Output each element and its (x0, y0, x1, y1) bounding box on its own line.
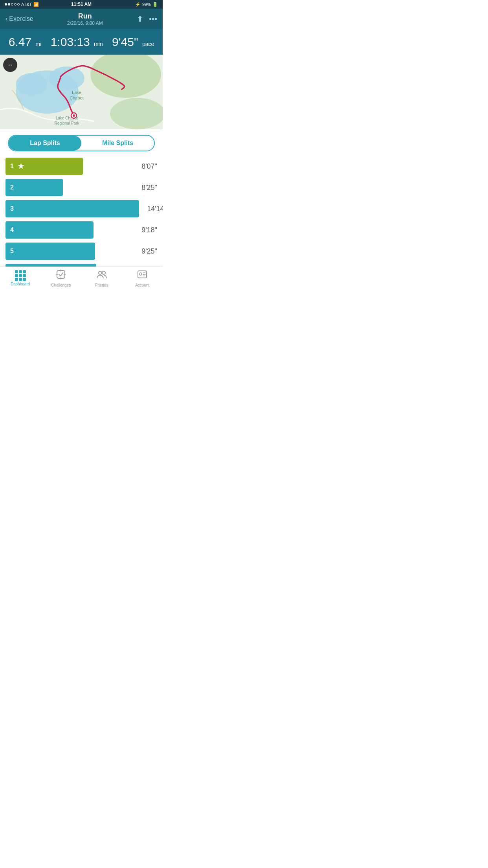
split-bar-container-4: 4 (6, 221, 130, 239)
nav-actions: ⬆ ••• (137, 14, 157, 24)
expand-icon: ↔ (7, 62, 13, 68)
split-number-1: 1 (10, 163, 14, 170)
distance-value: 6.47 (9, 35, 31, 48)
split-bar-3: 3 (6, 200, 139, 217)
account-icon (137, 269, 148, 282)
split-bar-2: 2 (6, 179, 63, 196)
account-label: Account (135, 283, 149, 287)
battery-icon: 🔋 (152, 2, 158, 7)
stat-pace: 9'45" pace (112, 36, 154, 48)
pace-value: 9'45" (112, 35, 138, 48)
map-svg: Lake Chabot Lake Chabot Regional Park (0, 55, 163, 129)
mile-splits-label: Mile Splits (102, 140, 133, 147)
split-row-4: 4 9'18" (6, 221, 157, 239)
signal-dot-4 (14, 3, 17, 6)
svg-text:Regional Park: Regional Park (55, 121, 80, 125)
split-bar-1: 1 ★ (6, 158, 83, 175)
expand-map-button[interactable]: ↔ (3, 58, 17, 72)
svg-text:Lake: Lake (72, 90, 81, 95)
split-bar-container-5: 5 (6, 243, 130, 260)
split-row-5: 5 9'25" (6, 243, 157, 260)
signal-dot-2 (8, 3, 10, 6)
tab-friends[interactable]: Friends (81, 267, 122, 289)
friends-icon (96, 269, 107, 282)
stat-duration: 1:03:13 min (51, 36, 103, 48)
svg-point-5 (110, 98, 163, 129)
duration-value: 1:03:13 (51, 35, 90, 48)
bluetooth-icon: ⚡ (135, 2, 141, 7)
dashboard-icon (15, 270, 26, 281)
battery-label: 99% (142, 2, 151, 7)
splits-toggle: Lap Splits Mile Splits (8, 135, 155, 151)
nav-title-block: Run 2/20/16, 9:00 AM (67, 12, 103, 26)
svg-point-3 (16, 73, 47, 95)
friends-label: Friends (95, 283, 108, 287)
status-time: 11:51 AM (71, 2, 92, 7)
lap-splits-label: Lap Splits (30, 140, 60, 147)
tab-account[interactable]: Account (122, 267, 163, 289)
signal-dot-5 (17, 3, 20, 6)
status-left: AT&T 📶 (5, 2, 39, 7)
tab-dashboard[interactable]: Dashboard (0, 267, 41, 289)
distance-unit: mi (35, 41, 41, 47)
duration-unit: min (94, 41, 103, 47)
split-bar-container-2: 2 (6, 179, 130, 196)
split-row-1: 1 ★ 8'07" (6, 158, 157, 175)
page-subtitle: 2/20/16, 9:00 AM (67, 20, 103, 26)
split-bar-container-3: 3 (6, 200, 139, 217)
mile-splits-list: 1 ★ 8'07" 2 8'25" 3 14'14" (0, 155, 163, 277)
split-time-2: 8'25" (134, 184, 157, 192)
svg-text:Chabot: Chabot (70, 96, 83, 100)
stat-distance: 6.47 mi (9, 36, 42, 48)
status-bar: AT&T 📶 11:51 AM ⚡ 99% 🔋 (0, 0, 163, 9)
best-split-star-icon: ★ (18, 162, 24, 171)
share-icon[interactable]: ⬆ (137, 14, 143, 24)
carrier-label: AT&T (21, 2, 32, 7)
svg-rect-12 (57, 270, 65, 278)
svg-point-2 (49, 66, 84, 90)
more-icon[interactable]: ••• (149, 15, 157, 24)
split-time-3: 14'14" (143, 205, 163, 213)
split-time-1: 8'07" (134, 162, 157, 171)
split-time-5: 9'25" (134, 247, 157, 256)
wifi-icon: 📶 (33, 2, 39, 7)
pace-unit: pace (142, 41, 154, 47)
challenges-label: Challenges (51, 283, 71, 287)
signal-dot-3 (11, 3, 13, 6)
split-time-4: 9'18" (134, 226, 157, 234)
bottom-tab-bar: Dashboard Challenges Friends (0, 267, 163, 289)
split-row-3: 3 14'14" (6, 200, 157, 217)
split-number-5: 5 (10, 248, 14, 255)
dashboard-label: Dashboard (11, 282, 30, 286)
tab-challenges[interactable]: Challenges (41, 267, 82, 289)
split-bar-container-1: 1 ★ (6, 158, 130, 175)
map-container: Lake Chabot Lake Chabot Regional Park ↔ (0, 55, 163, 129)
nav-bar: ‹ Exercise Run 2/20/16, 9:00 AM ⬆ ••• (0, 9, 163, 29)
svg-point-11 (73, 114, 75, 117)
status-right: ⚡ 99% 🔋 (135, 2, 158, 7)
signal-dots (5, 3, 20, 6)
split-number-4: 4 (10, 226, 14, 234)
signal-dot-1 (5, 3, 7, 6)
svg-point-13 (99, 271, 102, 274)
split-bar-4: 4 (6, 221, 94, 239)
page-title: Run (67, 12, 103, 20)
split-row-2: 2 8'25" (6, 179, 157, 196)
challenges-icon (55, 269, 66, 282)
split-number-3: 3 (10, 205, 14, 212)
svg-point-14 (102, 271, 105, 274)
stats-bar: 6.47 mi 1:03:13 min 9'45" pace (0, 29, 163, 55)
back-button[interactable]: ‹ Exercise (6, 15, 33, 22)
back-label: Exercise (9, 15, 33, 22)
lap-splits-tab[interactable]: Lap Splits (9, 136, 81, 151)
split-number-2: 2 (10, 184, 14, 191)
svg-point-16 (139, 273, 142, 275)
chevron-left-icon: ‹ (6, 15, 7, 22)
split-bar-5: 5 (6, 243, 95, 260)
mile-splits-tab[interactable]: Mile Splits (81, 136, 154, 151)
